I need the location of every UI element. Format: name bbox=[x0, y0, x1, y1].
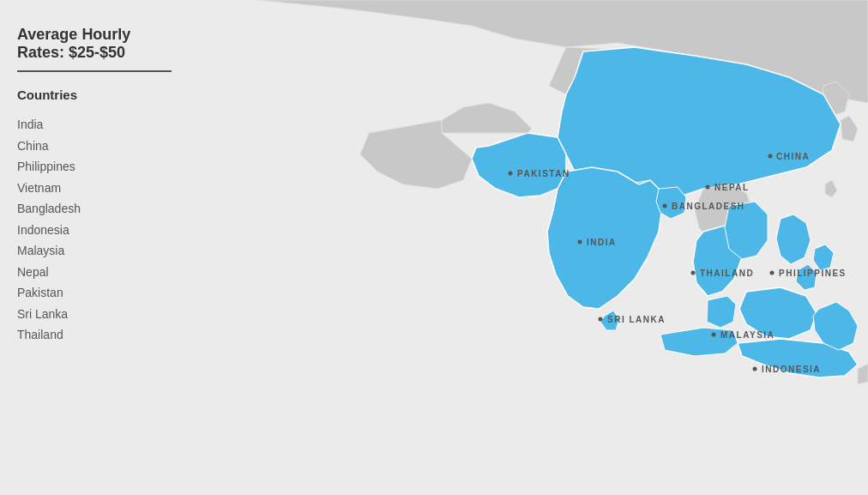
list-item: Philippines bbox=[17, 156, 154, 178]
nepal-label: NEPAL bbox=[714, 183, 750, 192]
bali-bg bbox=[858, 364, 868, 384]
india-dot bbox=[578, 240, 582, 244]
list-item: Bangladesh bbox=[17, 198, 154, 220]
pakistan-highlight bbox=[472, 133, 566, 197]
list-item: Indonesia bbox=[17, 220, 154, 241]
nepal-dot bbox=[706, 185, 710, 190]
countries-heading: Countries bbox=[17, 88, 154, 102]
taiwan-bg bbox=[825, 180, 837, 197]
philippines3-highlight bbox=[813, 244, 834, 270]
list-item: Vietnam bbox=[17, 178, 154, 199]
list-item: Pakistan bbox=[17, 282, 154, 304]
list-item: China bbox=[17, 136, 154, 157]
left-panel: Average Hourly Rates: $25-$50 Countries … bbox=[0, 0, 172, 495]
thailand-label: THAILAND bbox=[700, 269, 754, 278]
india-label: INDIA bbox=[587, 238, 617, 247]
bangladesh-label: BANGLADESH bbox=[672, 202, 745, 211]
page-title: Average Hourly Rates: $25-$50 bbox=[17, 26, 154, 62]
list-item: Nepal bbox=[17, 262, 154, 283]
philippines-highlight bbox=[776, 214, 811, 264]
malaysia-dot bbox=[712, 333, 716, 337]
pakistan-dot bbox=[509, 172, 513, 176]
thailand-dot bbox=[691, 271, 696, 275]
bangladesh-dot bbox=[663, 204, 667, 208]
list-item: Sri Lanka bbox=[17, 304, 154, 325]
china-dot bbox=[769, 154, 773, 159]
main-container: Average Hourly Rates: $25-$50 Countries … bbox=[0, 0, 868, 495]
pakistan-label: PAKISTAN bbox=[517, 169, 570, 178]
philippines-dot bbox=[770, 271, 775, 275]
list-item: India bbox=[17, 114, 154, 136]
china-label: CHINA bbox=[776, 152, 810, 161]
country-list: India China Philippines Vietnam Banglade… bbox=[17, 114, 154, 346]
indonesia-dot bbox=[753, 367, 757, 371]
afghanistan-bg bbox=[442, 103, 532, 133]
list-item: Malaysia bbox=[17, 240, 154, 262]
malaysia1-highlight bbox=[707, 296, 736, 328]
japan2-bg bbox=[841, 116, 858, 142]
indonesia-label: INDONESIA bbox=[762, 365, 821, 374]
srilanka-dot bbox=[599, 317, 603, 322]
map-svg: CHINA NEPAL PAKISTAN BANGLADESH INDIA TH… bbox=[172, 0, 868, 495]
divider bbox=[17, 70, 172, 72]
malaysia-label: MALAYSIA bbox=[720, 330, 775, 340]
map-area: CHINA NEPAL PAKISTAN BANGLADESH INDIA TH… bbox=[172, 0, 868, 495]
philippines-label: PHILIPPINES bbox=[779, 269, 847, 278]
srilanka-label: SRI LANKA bbox=[607, 315, 666, 324]
list-item: Thailand bbox=[17, 324, 154, 346]
